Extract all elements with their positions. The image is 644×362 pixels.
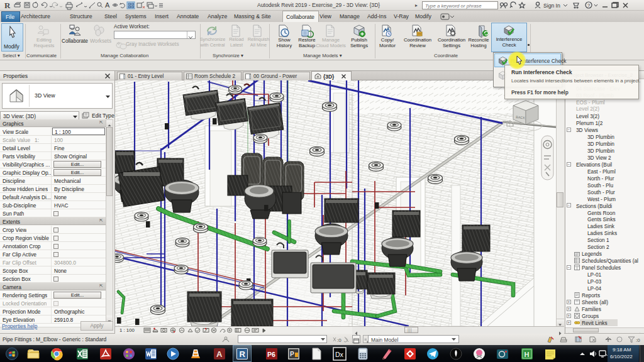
svg-text::0: :0	[337, 337, 341, 343]
svg-text:Dx: Dx	[335, 351, 344, 358]
svg-text:A: A	[105, 1, 110, 9]
svg-text:H: H	[525, 351, 530, 358]
svg-text:R: R	[4, 1, 11, 10]
svg-text:R: R	[240, 349, 246, 359]
svg-text:Sign In: Sign In	[543, 3, 560, 9]
svg-text:P: P	[290, 351, 294, 358]
svg-text:A: A	[216, 349, 223, 359]
svg-text:P6: P6	[267, 351, 275, 358]
svg-text::0: :0	[636, 337, 640, 343]
svg-text:?: ?	[587, 3, 590, 8]
